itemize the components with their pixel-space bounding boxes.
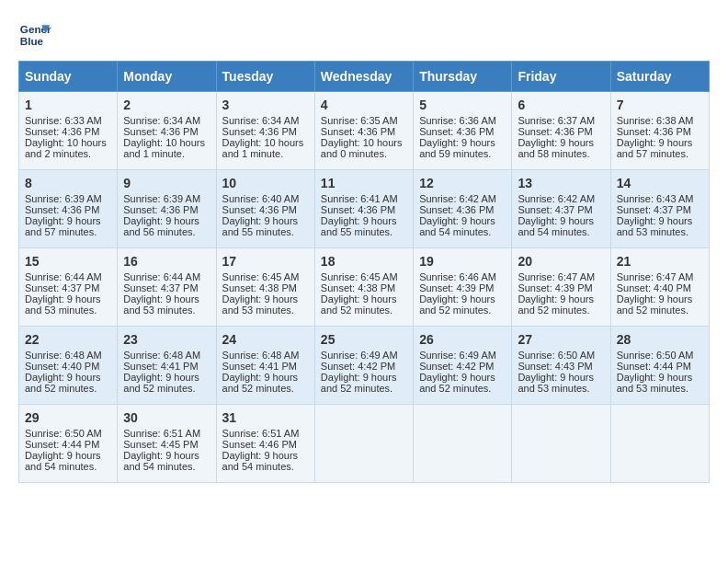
sunrise-text: Sunrise: 6:39 AM <box>25 193 102 204</box>
daylight-label: Daylight: 9 hours and 53 minutes. <box>25 293 101 316</box>
calendar-cell: 8Sunrise: 6:39 AMSunset: 4:36 PMDaylight… <box>19 170 118 248</box>
sunrise-text: Sunrise: 6:42 AM <box>419 193 496 204</box>
sunset-text: Sunset: 4:36 PM <box>617 126 691 137</box>
calendar-cell: 30Sunrise: 6:51 AMSunset: 4:45 PMDayligh… <box>118 405 216 483</box>
sunset-text: Sunset: 4:42 PM <box>419 361 494 372</box>
calendar-cell: 22Sunrise: 6:48 AMSunset: 4:40 PMDayligh… <box>19 327 118 405</box>
day-number: 18 <box>321 254 407 269</box>
calendar-cell: 15Sunrise: 6:44 AMSunset: 4:37 PMDayligh… <box>19 248 118 327</box>
sunset-text: Sunset: 4:41 PM <box>123 361 198 372</box>
sunset-text: Sunset: 4:36 PM <box>222 126 297 137</box>
daylight-label: Daylight: 10 hours and 1 minute. <box>123 137 205 159</box>
day-number: 13 <box>518 176 604 190</box>
sunrise-text: Sunrise: 6:36 AM <box>419 115 496 126</box>
sunrise-text: Sunrise: 6:39 AM <box>123 193 200 204</box>
calendar-cell: 11Sunrise: 6:41 AMSunset: 4:36 PMDayligh… <box>314 170 413 248</box>
day-number: 24 <box>222 332 309 347</box>
daylight-label: Daylight: 9 hours and 54 minutes. <box>222 450 299 472</box>
sunset-text: Sunset: 4:44 PM <box>25 439 99 450</box>
day-number: 25 <box>321 332 407 347</box>
header-day-sunday: Sunday <box>19 62 118 92</box>
calendar-cell <box>512 405 610 483</box>
daylight-label: Daylight: 9 hours and 52 minutes. <box>123 372 199 394</box>
sunset-text: Sunset: 4:37 PM <box>123 282 198 293</box>
sunrise-text: Sunrise: 6:47 AM <box>518 271 595 282</box>
day-number: 11 <box>321 176 407 190</box>
daylight-label: Daylight: 9 hours and 52 minutes. <box>518 293 594 316</box>
calendar-cell: 24Sunrise: 6:48 AMSunset: 4:41 PMDayligh… <box>216 327 314 405</box>
day-number: 30 <box>123 410 210 425</box>
calendar-table: SundayMondayTuesdayWednesdayThursdayFrid… <box>18 61 710 483</box>
sunset-text: Sunset: 4:46 PM <box>222 439 297 450</box>
calendar-cell: 23Sunrise: 6:48 AMSunset: 4:41 PMDayligh… <box>118 327 216 405</box>
day-number: 15 <box>25 254 111 269</box>
day-number: 14 <box>617 176 703 190</box>
sunrise-text: Sunrise: 6:37 AM <box>518 115 595 126</box>
calendar-header: SundayMondayTuesdayWednesdayThursdayFrid… <box>19 62 710 92</box>
sunrise-text: Sunrise: 6:43 AM <box>617 193 694 204</box>
sunrise-text: Sunrise: 6:35 AM <box>321 115 398 126</box>
daylight-label: Daylight: 9 hours and 54 minutes. <box>518 215 594 237</box>
week-row-3: 15Sunrise: 6:44 AMSunset: 4:37 PMDayligh… <box>19 248 710 327</box>
calendar-cell: 6Sunrise: 6:37 AMSunset: 4:36 PMDaylight… <box>512 92 610 170</box>
daylight-label: Daylight: 9 hours and 53 minutes. <box>617 215 693 237</box>
day-number: 23 <box>123 332 210 347</box>
sunset-text: Sunset: 4:36 PM <box>518 126 592 137</box>
sunrise-text: Sunrise: 6:48 AM <box>222 350 300 361</box>
day-number: 26 <box>419 332 506 347</box>
sunrise-text: Sunrise: 6:44 AM <box>25 271 102 282</box>
day-number: 2 <box>123 98 210 112</box>
sunrise-text: Sunrise: 6:41 AM <box>321 193 398 204</box>
day-number: 29 <box>25 410 111 425</box>
sunrise-text: Sunrise: 6:33 AM <box>25 115 102 126</box>
calendar-cell: 18Sunrise: 6:45 AMSunset: 4:38 PMDayligh… <box>314 248 413 327</box>
daylight-label: Daylight: 9 hours and 52 minutes. <box>321 372 397 394</box>
day-number: 20 <box>518 254 604 269</box>
sunset-text: Sunset: 4:36 PM <box>321 204 395 215</box>
calendar-cell <box>314 405 413 483</box>
sunrise-text: Sunrise: 6:48 AM <box>25 350 102 361</box>
header-day-monday: Monday <box>118 62 216 92</box>
calendar-cell: 2Sunrise: 6:34 AMSunset: 4:36 PMDaylight… <box>118 92 216 170</box>
daylight-label: Daylight: 9 hours and 52 minutes. <box>321 293 397 316</box>
daylight-label: Daylight: 9 hours and 52 minutes. <box>25 372 101 394</box>
calendar-cell: 19Sunrise: 6:46 AMSunset: 4:39 PMDayligh… <box>414 248 512 327</box>
sunrise-text: Sunrise: 6:48 AM <box>123 350 200 361</box>
daylight-label: Daylight: 9 hours and 54 minutes. <box>419 215 495 237</box>
daylight-label: Daylight: 9 hours and 54 minutes. <box>123 450 199 472</box>
sunrise-text: Sunrise: 6:50 AM <box>518 350 595 361</box>
calendar-cell: 16Sunrise: 6:44 AMSunset: 4:37 PMDayligh… <box>118 248 216 327</box>
day-number: 4 <box>321 98 407 112</box>
calendar-cell: 13Sunrise: 6:42 AMSunset: 4:37 PMDayligh… <box>512 170 610 248</box>
daylight-label: Daylight: 9 hours and 54 minutes. <box>25 450 101 472</box>
daylight-label: Daylight: 9 hours and 53 minutes. <box>518 372 594 394</box>
daylight-label: Daylight: 9 hours and 57 minutes. <box>617 137 693 159</box>
day-number: 5 <box>419 98 506 112</box>
header-day-wednesday: Wednesday <box>314 62 413 92</box>
day-number: 1 <box>25 98 111 112</box>
day-number: 28 <box>617 332 703 347</box>
day-number: 17 <box>222 254 309 269</box>
sunset-text: Sunset: 4:37 PM <box>25 282 99 293</box>
daylight-label: Daylight: 9 hours and 55 minutes. <box>222 215 299 237</box>
svg-text:Blue: Blue <box>20 35 44 47</box>
calendar-cell: 17Sunrise: 6:45 AMSunset: 4:38 PMDayligh… <box>216 248 314 327</box>
header-day-saturday: Saturday <box>610 62 709 92</box>
day-number: 10 <box>222 176 309 190</box>
sunrise-text: Sunrise: 6:51 AM <box>123 428 200 439</box>
sunset-text: Sunset: 4:36 PM <box>123 204 198 215</box>
sunset-text: Sunset: 4:40 PM <box>25 361 99 372</box>
sunrise-text: Sunrise: 6:49 AM <box>419 350 496 361</box>
sunset-text: Sunset: 4:38 PM <box>222 282 297 293</box>
sunrise-text: Sunrise: 6:45 AM <box>222 271 300 282</box>
daylight-label: Daylight: 9 hours and 59 minutes. <box>419 137 495 159</box>
sunset-text: Sunset: 4:41 PM <box>222 361 297 372</box>
sunset-text: Sunset: 4:39 PM <box>419 282 494 293</box>
sunset-text: Sunset: 4:36 PM <box>321 126 395 137</box>
sunset-text: Sunset: 4:36 PM <box>25 204 99 215</box>
daylight-label: Daylight: 10 hours and 1 minute. <box>222 137 304 159</box>
calendar-cell: 12Sunrise: 6:42 AMSunset: 4:36 PMDayligh… <box>414 170 512 248</box>
sunrise-text: Sunrise: 6:40 AM <box>222 193 300 204</box>
daylight-label: Daylight: 9 hours and 56 minutes. <box>123 215 199 237</box>
sunrise-text: Sunrise: 6:34 AM <box>123 115 200 126</box>
